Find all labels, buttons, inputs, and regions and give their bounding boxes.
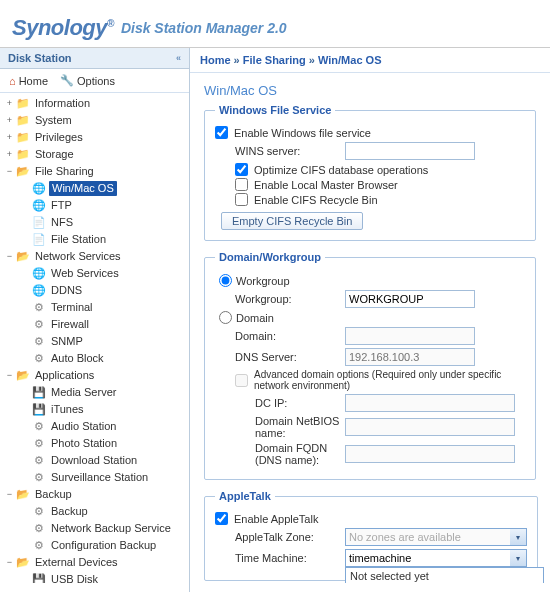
tree-item[interactable]: ⚙Surveillance Station — [0, 469, 189, 486]
tree-item[interactable]: 💾USB Disk — [0, 571, 189, 583]
tree-label: Firewall — [49, 317, 91, 332]
db-icon: 💾 — [31, 386, 47, 400]
chevron-down-icon[interactable]: ▾ — [510, 549, 527, 567]
enable-appletalk-label: Enable AppleTalk — [234, 513, 318, 525]
breadcrumb: Home » File Sharing » Win/Mac OS — [190, 48, 550, 73]
wfs-legend: Windows File Service — [215, 104, 335, 116]
timemachine-combo[interactable] — [345, 549, 527, 567]
globe-icon: 🌐 — [31, 267, 47, 281]
db-icon: 💾 — [31, 403, 47, 417]
tree-label: Auto Block — [49, 351, 106, 366]
tree-item[interactable]: ⚙Terminal — [0, 299, 189, 316]
breadcrumb-winmac[interactable]: Win/Mac OS — [318, 54, 381, 66]
breadcrumb-filesharing[interactable]: File Sharing — [243, 54, 306, 66]
tree-label: FTP — [49, 198, 74, 213]
workgroup-radio-label: Workgroup — [236, 275, 290, 287]
tree-item[interactable]: 🌐Web Services — [0, 265, 189, 282]
tree-item[interactable]: −📂File Sharing — [0, 163, 189, 180]
chevron-down-icon[interactable]: ▾ — [510, 528, 527, 546]
local-master-label: Enable Local Master Browser — [254, 179, 398, 191]
tree-item[interactable]: ⚙Auto Block — [0, 350, 189, 367]
toggle-icon[interactable]: + — [4, 113, 15, 128]
gear-icon: ⚙ — [31, 352, 47, 366]
tree-item[interactable]: ⚙Configuration Backup — [0, 537, 189, 554]
tree-item[interactable]: 🌐FTP — [0, 197, 189, 214]
gear-icon: ⚙ — [31, 454, 47, 468]
local-master-checkbox[interactable] — [235, 178, 248, 191]
tree-item[interactable]: −📂Network Services — [0, 248, 189, 265]
toggle-icon[interactable]: + — [4, 147, 15, 162]
tree-item[interactable]: 📄File Station — [0, 231, 189, 248]
tree-item[interactable]: ⚙Network Backup Service — [0, 520, 189, 537]
tree-item[interactable]: ⚙SNMP — [0, 333, 189, 350]
optimize-cifs-checkbox[interactable] — [235, 163, 248, 176]
folder-icon: 📁 — [15, 114, 31, 128]
tree-item[interactable]: 📄NFS — [0, 214, 189, 231]
empty-recycle-button[interactable]: Empty CIFS Recycle Bin — [221, 212, 363, 230]
globe-icon: 🌐 — [31, 284, 47, 298]
toggle-icon[interactable]: − — [4, 164, 15, 179]
tree-label: Surveillance Station — [49, 470, 150, 485]
tree-item[interactable]: 🌐Win/Mac OS — [0, 180, 189, 197]
settings-panel: Win/Mac OS Windows File Service Enable W… — [190, 73, 550, 583]
toggle-icon[interactable]: − — [4, 249, 15, 264]
folder-open-icon: 📂 — [15, 250, 31, 264]
tree-label: NFS — [49, 215, 75, 230]
tree-label: Network Services — [33, 249, 123, 264]
wins-input[interactable] — [345, 142, 475, 160]
tree-item[interactable]: −📂Applications — [0, 367, 189, 384]
enable-appletalk-checkbox[interactable] — [215, 512, 228, 525]
tree-item[interactable]: +📁System — [0, 112, 189, 129]
folder-icon: 📁 — [15, 97, 31, 111]
tree-item[interactable]: ⚙Backup — [0, 503, 189, 520]
enable-wfs-label: Enable Windows file service — [234, 127, 371, 139]
tree-item[interactable]: 🌐DDNS — [0, 282, 189, 299]
tree-item[interactable]: ⚙Firewall — [0, 316, 189, 333]
tree-item[interactable]: ⚙Audio Station — [0, 418, 189, 435]
dcip-input — [345, 394, 515, 412]
wins-label: WINS server: — [215, 145, 345, 157]
tree-item[interactable]: 💾iTunes — [0, 401, 189, 418]
gear-icon: ⚙ — [31, 420, 47, 434]
toggle-icon[interactable]: + — [4, 130, 15, 145]
tree-item[interactable]: −📂External Devices — [0, 554, 189, 571]
optimize-cifs-label: Optimize CIFS database operations — [254, 164, 428, 176]
workgroup-radio[interactable] — [219, 274, 232, 287]
enable-wfs-checkbox[interactable] — [215, 126, 228, 139]
tree-label: iTunes — [49, 402, 86, 417]
home-label: Home — [19, 75, 48, 87]
tree-item[interactable]: +📁Privileges — [0, 129, 189, 146]
tm-label: Time Machine: — [215, 552, 345, 564]
tree-label: Download Station — [49, 453, 139, 468]
folder-open-icon: 📂 — [15, 488, 31, 502]
zone-select[interactable] — [345, 528, 527, 546]
tree-item[interactable]: 💾Media Server — [0, 384, 189, 401]
tree-item[interactable]: ⚙Download Station — [0, 452, 189, 469]
dropdown-option[interactable]: Not selected yet — [346, 568, 543, 583]
tree-item[interactable]: +📁Storage — [0, 146, 189, 163]
folder-open-icon: 📂 — [15, 369, 31, 383]
toggle-icon[interactable]: − — [4, 555, 15, 570]
adv-domain-checkbox — [235, 374, 248, 387]
collapse-icon[interactable]: « — [176, 53, 181, 63]
tree-item[interactable]: −📂Backup — [0, 486, 189, 503]
toggle-icon[interactable]: − — [4, 487, 15, 502]
breadcrumb-home[interactable]: Home — [200, 54, 231, 66]
options-button[interactable]: 🔧 Options — [55, 72, 120, 89]
tree-item[interactable]: ⚙Photo Station — [0, 435, 189, 452]
tree-item[interactable]: +📁Information — [0, 95, 189, 112]
toggle-icon[interactable]: − — [4, 368, 15, 383]
toggle-icon[interactable]: + — [4, 96, 15, 111]
dw-legend: Domain/Workgroup — [215, 251, 325, 263]
home-button[interactable]: ⌂ Home — [4, 72, 53, 89]
globe-icon: 🌐 — [31, 182, 47, 196]
gear-icon: ⚙ — [31, 539, 47, 553]
product-name: Disk Station Manager 2.0 — [121, 20, 287, 36]
domain-radio[interactable] — [219, 311, 232, 324]
cifs-recycle-checkbox[interactable] — [235, 193, 248, 206]
tree-label: Web Services — [49, 266, 121, 281]
domain-workgroup-group: Domain/Workgroup Workgroup Workgroup: Do… — [204, 251, 536, 480]
tree-label: Information — [33, 96, 92, 111]
folder-icon: 📁 — [15, 131, 31, 145]
workgroup-input[interactable] — [345, 290, 475, 308]
